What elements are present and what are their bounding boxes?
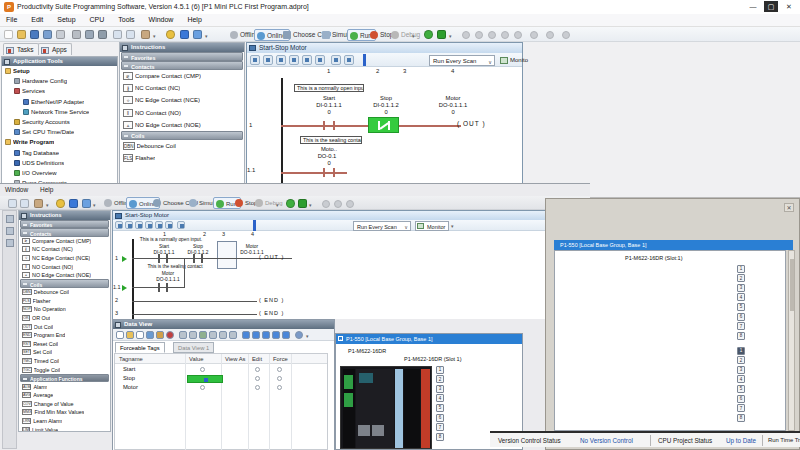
- instruction-item[interactable]: ‖NO Contact (NO): [120, 107, 244, 119]
- no-contact-start[interactable]: [323, 121, 335, 130]
- io-point-button[interactable]: 3: [436, 385, 444, 393]
- coils-section[interactable]: Coils: [20, 279, 109, 288]
- scan-mode-dropdown[interactable]: Run Every Scan∨: [353, 221, 411, 231]
- io-point-button[interactable]: 7: [737, 404, 745, 412]
- menu-file[interactable]: File: [0, 14, 23, 23]
- app-tools-tree-item[interactable]: Tag Database: [2, 148, 117, 158]
- rung-comment[interactable]: This is a normally open input.: [138, 237, 204, 242]
- favorites-section[interactable]: Favorites: [121, 52, 243, 61]
- ladder-tool-icon[interactable]: [115, 221, 123, 229]
- scrollbar[interactable]: [788, 250, 795, 431]
- col-force[interactable]: Force: [273, 356, 288, 362]
- instruction-item[interactable]: SETSet Coil: [19, 348, 110, 357]
- app-tools-tree-item[interactable]: Set CPU Time/Date: [2, 127, 117, 137]
- debug-dropdown-icon[interactable]: ▾: [412, 33, 415, 39]
- instruction-item[interactable]: OROR Out: [19, 314, 110, 323]
- no-contact-stop[interactable]: [193, 254, 203, 263]
- tab-data-view-1[interactable]: Data View 1: [173, 342, 214, 353]
- dv-grid-icon[interactable]: [179, 331, 187, 339]
- paste-icon[interactable]: [98, 30, 107, 39]
- dv-grid2-icon[interactable]: [189, 331, 197, 339]
- out-coil[interactable]: ( OUT ): [457, 120, 486, 127]
- no-contact-seal[interactable]: [323, 168, 335, 177]
- fit-view-icon[interactable]: [69, 199, 78, 208]
- menu-help[interactable]: Help: [181, 14, 207, 23]
- value-checkbox[interactable]: [200, 367, 205, 372]
- dv-copy-icon[interactable]: [146, 331, 154, 339]
- dv-dropdown-icon[interactable]: ▾: [306, 333, 309, 339]
- io-point-button[interactable]: 8: [737, 332, 745, 340]
- ladder-tool-icon-6[interactable]: [315, 55, 325, 65]
- col-view-as[interactable]: View As: [225, 356, 246, 362]
- instruction-item[interactable]: TMCTimed Coil: [19, 357, 110, 366]
- favorites-section[interactable]: Favorites: [20, 220, 109, 229]
- io-point-button[interactable]: 1: [436, 366, 444, 374]
- end-coil[interactable]: ( END ): [259, 310, 284, 316]
- application-functions-section[interactable]: Application Functions: [20, 374, 109, 383]
- instruction-item[interactable]: AVGAverage: [19, 391, 110, 400]
- rung-comment[interactable]: This is a normally open input..: [294, 84, 364, 92]
- menu-window[interactable]: Window: [143, 14, 180, 23]
- io-point-button[interactable]: 8: [737, 414, 745, 422]
- dv-delete-icon[interactable]: [166, 331, 174, 339]
- row-stop[interactable]: Stop: [123, 375, 135, 381]
- dv-refresh-icon[interactable]: [282, 331, 290, 339]
- out-coil[interactable]: ( OUT ): [259, 254, 284, 260]
- print-icon[interactable]: [56, 30, 65, 39]
- minimize-button[interactable]: —: [746, 1, 760, 12]
- io-point-button[interactable]: 6: [737, 395, 745, 403]
- io-point-button[interactable]: 6: [737, 313, 745, 321]
- edit-checkbox[interactable]: [255, 385, 260, 390]
- tab-tasks[interactable]: Tasks: [3, 43, 39, 55]
- app-tools-tree-item[interactable]: Write Program: [2, 137, 117, 147]
- ladder-canvas-2[interactable]: 1 2 3 4 1 1.1 2 3 This is a normally ope…: [113, 231, 589, 319]
- contacts-section[interactable]: Contacts: [20, 228, 109, 237]
- force-checkbox[interactable]: [277, 367, 282, 372]
- menu-cpu[interactable]: CPU: [84, 14, 111, 23]
- force-checkbox[interactable]: [277, 376, 282, 381]
- app-tools-tree-item[interactable]: Security Accounts: [2, 117, 117, 127]
- redo-icon[interactable]: [20, 199, 29, 208]
- new-icon[interactable]: [4, 30, 13, 39]
- cut-icon[interactable]: [72, 30, 81, 39]
- instruction-item[interactable]: DBNDebounce Coil: [120, 140, 244, 152]
- app-tools-tree-item[interactable]: UDS Definitions: [2, 158, 117, 168]
- tab-forceable-tags[interactable]: Forceable Tags: [115, 342, 165, 353]
- ladder-canvas[interactable]: 1 2 3 4 1 1.1 This is a normally open in…: [247, 68, 522, 195]
- no-contact-seal[interactable]: [158, 283, 168, 292]
- no-contact-start[interactable]: [158, 254, 168, 263]
- instruction-item[interactable]: ‖NO Contact (NO): [19, 262, 110, 271]
- eraser-icon[interactable]: [141, 30, 150, 39]
- dv-save-icon[interactable]: [136, 331, 144, 339]
- status-dropdown-icon[interactable]: ▾: [309, 202, 312, 208]
- close-button[interactable]: ✕: [782, 1, 796, 12]
- dropdown-icon[interactable]: ▾: [93, 202, 96, 208]
- edit-checkbox[interactable]: [255, 376, 260, 381]
- menu-edit[interactable]: Edit: [25, 14, 49, 23]
- open-icon[interactable]: [17, 30, 26, 39]
- row-motor[interactable]: Motor: [123, 384, 138, 390]
- app-tools-tree-item[interactable]: Setup: [2, 66, 117, 76]
- instruction-item[interactable]: ∦NC Contact (NC): [19, 245, 110, 254]
- module-tree-item[interactable]: P1-M622-16DR: [348, 348, 386, 354]
- nc-contact-stop[interactable]: [378, 121, 390, 130]
- dv-end-icon[interactable]: [229, 331, 237, 339]
- io-point-button[interactable]: 4: [737, 375, 745, 383]
- io-point-button[interactable]: 6: [436, 414, 444, 422]
- collapse-icon[interactable]: -: [338, 336, 343, 341]
- lock-icon[interactable]: [166, 30, 175, 39]
- app-tools-tree-item[interactable]: Hardware Config: [2, 76, 117, 86]
- instruction-item[interactable]: MMXFind Min Max Values: [19, 408, 110, 417]
- instruction-item[interactable]: ⩒NC Edge Contact (NCE): [120, 94, 244, 106]
- dv-paste-icon[interactable]: [156, 331, 164, 339]
- io-point-button[interactable]: 3: [737, 284, 745, 292]
- io-point-button[interactable]: 5: [737, 303, 745, 311]
- dv-step-icon[interactable]: [219, 331, 227, 339]
- edit-checkbox[interactable]: [255, 367, 260, 372]
- panel-shortcut-icon[interactable]: [6, 215, 14, 223]
- io-point-button[interactable]: 4: [436, 394, 444, 402]
- rung-comment[interactable]: This is the sealing contact: [145, 264, 204, 269]
- instruction-item[interactable]: ENDProgram End: [19, 331, 110, 340]
- zoom-icon[interactable]: [82, 199, 91, 208]
- app-tools-tree-item[interactable]: EtherNet/IP Adapter: [2, 97, 117, 107]
